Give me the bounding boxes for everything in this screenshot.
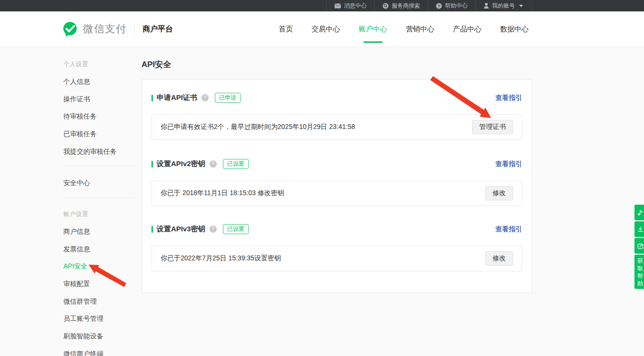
sidebar-item-wechat-group-management[interactable]: 微信群管理 bbox=[63, 293, 136, 310]
status-badge: 已申请 bbox=[215, 93, 241, 103]
topbar-item-label: 我的账号 bbox=[492, 2, 515, 10]
section-header: 申请API证书 ? 已申请 查看指引 bbox=[151, 93, 522, 103]
sidebar-item-wechat-merchant-terminal[interactable]: 微信商户终端 bbox=[63, 345, 136, 356]
status-badge: 已设置 bbox=[223, 224, 249, 234]
sidebar-item-reviewed-tasks[interactable]: 已审核任务 bbox=[63, 126, 136, 143]
sidebar-item-security-center[interactable]: 安全中心 bbox=[63, 175, 136, 192]
main-nav: 首页 交易中心 账户中心 营销中心 产品中心 数据中心 bbox=[279, 22, 529, 36]
guide-link[interactable]: 查看指引 bbox=[495, 225, 522, 234]
nav-item-account-center[interactable]: 账户中心 bbox=[359, 22, 387, 36]
sidebar-item-review-config[interactable]: 审核配置 bbox=[63, 276, 136, 293]
section-accent-bar bbox=[151, 95, 153, 101]
section-apiv3-key: 设置APIv3密钥 ? 已设置 查看指引 你已于2022年7月25日 15:39… bbox=[151, 224, 522, 271]
topbar-item-my-account[interactable]: 我的账号 bbox=[475, 0, 531, 11]
question-icon[interactable]: ? bbox=[210, 160, 217, 168]
user-icon bbox=[483, 3, 489, 9]
api-security-card: 申请API证书 ? 已申请 查看指引 你已申请有效证书2个，最早过期时间为202… bbox=[141, 79, 532, 293]
sidebar-item-my-submitted-review-tasks[interactable]: 我提交的审核任务 bbox=[63, 143, 136, 160]
question-icon[interactable]: ? bbox=[201, 94, 209, 101]
manage-cert-button[interactable]: 管理证书 bbox=[472, 120, 513, 134]
svg-text:?: ? bbox=[438, 3, 441, 8]
phone-icon[interactable] bbox=[634, 205, 644, 220]
floating-help-widget: 获取帮助 bbox=[634, 205, 644, 289]
sidebar-item-operation-cert[interactable]: 操作证书 bbox=[63, 90, 136, 108]
sidebar-item-pending-review-tasks[interactable]: 待审核任务 bbox=[63, 108, 136, 126]
nav-item-transaction-center[interactable]: 交易中心 bbox=[312, 22, 340, 36]
topbar-item-label: 帮助中心 bbox=[445, 2, 468, 10]
modify-apiv3-key-button[interactable]: 修改 bbox=[485, 251, 513, 266]
section-heading: 设置APIv3密钥 bbox=[157, 225, 205, 234]
nav-item-product-center[interactable]: 产品中心 bbox=[453, 22, 482, 36]
wechat-pay-logo-icon bbox=[62, 21, 78, 37]
get-help-button[interactable]: 获取帮助 bbox=[634, 255, 644, 289]
feedback-icon[interactable] bbox=[634, 238, 644, 254]
section-accent-bar bbox=[151, 226, 153, 233]
sidebar-section-title-account-settings: 账户设置 bbox=[63, 206, 136, 223]
sidebar: 个人设置 个人信息 操作证书 待审核任务 已审核任务 我提交的审核任务 安全中心… bbox=[63, 56, 136, 356]
topbar-item-provider-search[interactable]: 服务商搜索 bbox=[374, 0, 428, 11]
divider bbox=[63, 198, 136, 198]
divider bbox=[63, 166, 136, 166]
brand-name: 微信支付 bbox=[83, 22, 127, 36]
cert-status-text: 你已申请有效证书2个，最早过期时间为2025年10月29日 23:41:58 bbox=[161, 123, 355, 131]
section-body-box: 你已申请有效证书2个，最早过期时间为2025年10月29日 23:41:58 管… bbox=[151, 114, 522, 140]
main-content: API安全 申请API证书 ? 已申请 查看指引 你已申请有效证书2个，最早过期… bbox=[141, 52, 532, 293]
section-heading: 申请API证书 bbox=[157, 93, 197, 102]
section-header: 设置APIv3密钥 ? 已设置 查看指引 bbox=[151, 224, 522, 234]
section-body-box: 你已于2022年7月25日 15:39:35设置密钥 修改 bbox=[151, 246, 522, 271]
portal-title: 商户平台 bbox=[142, 24, 173, 34]
sidebar-item-personal-info[interactable]: 个人信息 bbox=[63, 73, 136, 91]
topbar-item-label: 服务商搜索 bbox=[392, 2, 420, 10]
sidebar-item-staff-account-management[interactable]: 员工账号管理 bbox=[63, 310, 136, 328]
guide-link[interactable]: 查看指引 bbox=[495, 160, 522, 168]
page-title: API安全 bbox=[141, 59, 532, 70]
mail-icon bbox=[334, 3, 341, 9]
sidebar-item-invoice-info[interactable]: 发票信息 bbox=[63, 240, 136, 258]
apiv3-key-status-text: 你已于2022年7月25日 15:39:35设置密钥 bbox=[161, 254, 281, 263]
brand-logo-link[interactable]: 微信支付 bbox=[62, 21, 127, 37]
topbar-item-label: 消息中心 bbox=[344, 2, 367, 10]
header: 微信支付 商户平台 首页 交易中心 账户中心 营销中心 产品中心 数据中心 bbox=[0, 11, 644, 47]
chevron-down-icon bbox=[519, 5, 523, 7]
section-header: 设置APIv2密钥 ? 已设置 查看指引 bbox=[151, 159, 522, 169]
section-apiv2-key: 设置APIv2密钥 ? 已设置 查看指引 你已于 2018年11月1日 18:1… bbox=[151, 159, 522, 206]
download-icon[interactable] bbox=[634, 221, 644, 237]
status-badge: 已设置 bbox=[223, 159, 249, 169]
sidebar-item-merchant-info[interactable]: 商户信息 bbox=[63, 223, 136, 241]
section-body-box: 你已于 2018年11月1日 18:15:03 修改密钥 修改 bbox=[151, 180, 522, 206]
section-heading: 设置APIv2密钥 bbox=[157, 159, 205, 168]
nav-item-marketing-center[interactable]: 营销中心 bbox=[406, 22, 434, 36]
topbar-item-help-center[interactable]: ? 帮助中心 bbox=[428, 0, 475, 11]
search-icon bbox=[382, 3, 389, 9]
help-icon: ? bbox=[436, 3, 442, 9]
get-help-label: 获取帮助 bbox=[637, 257, 644, 287]
section-accent-bar bbox=[151, 161, 153, 168]
modify-apiv2-key-button[interactable]: 修改 bbox=[485, 186, 513, 200]
sidebar-item-face-payment-devices[interactable]: 刷脸智能设备 bbox=[63, 328, 136, 346]
question-icon[interactable]: ? bbox=[210, 226, 217, 233]
topbar: 消息中心 服务商搜索 ? 帮助中心 我的账号 bbox=[0, 0, 644, 11]
nav-item-data-center[interactable]: 数据中心 bbox=[500, 22, 529, 36]
section-apply-api-cert: 申请API证书 ? 已申请 查看指引 你已申请有效证书2个，最早过期时间为202… bbox=[151, 93, 522, 140]
nav-item-home[interactable]: 首页 bbox=[279, 22, 293, 36]
divider bbox=[134, 24, 135, 34]
sidebar-item-api-security[interactable]: API安全 bbox=[63, 258, 136, 276]
topbar-item-message-center[interactable]: 消息中心 bbox=[326, 0, 374, 11]
guide-link[interactable]: 查看指引 bbox=[495, 94, 522, 102]
sidebar-section-title-personal-settings: 个人设置 bbox=[63, 56, 136, 73]
apiv2-key-status-text: 你已于 2018年11月1日 18:15:03 修改密钥 bbox=[161, 189, 284, 198]
